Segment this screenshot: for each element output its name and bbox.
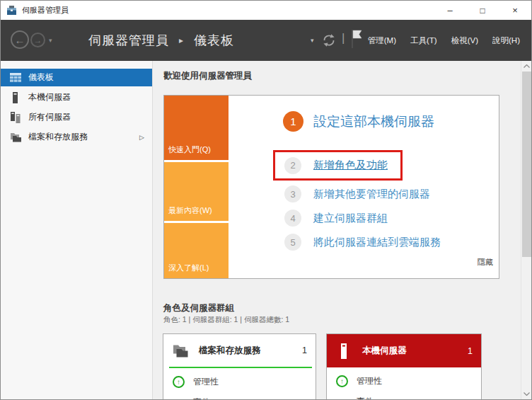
body-area: 儀表板 本機伺服器 所有伺服器	[1, 61, 531, 399]
step-add-other-servers: 3 新增其他要管理的伺服器	[284, 185, 430, 202]
red-highlight-box: 2 新增角色及功能	[273, 150, 403, 181]
file-storage-icon	[172, 344, 189, 358]
server-manager-icon	[6, 5, 17, 16]
welcome-tile: 快速入門(Q) 最新內容(W) 深入了解(L) 1 設定這部本機伺服器 2	[163, 95, 499, 279]
breadcrumb-separator-icon: ▸	[179, 35, 184, 45]
server-manager-window: 伺服器管理員 – □ × ← → ▾ 伺服器管理員 ▸ 儀表板 ▾ |	[0, 0, 532, 400]
menu-bar: 管理(M) 工具(T) 檢視(V) 說明(H)	[361, 20, 527, 61]
menu-help[interactable]: 說明(H)	[485, 30, 527, 52]
welcome-tab-column: 快速入門(Q) 最新內容(W) 深入了解(L)	[164, 96, 229, 278]
row-icon-placeholder	[173, 396, 185, 400]
dashboard-content: 歡迎使用伺服器管理員 快速入門(Q) 最新內容(W) 深入了解(L) 1 設定這…	[153, 61, 531, 399]
tile-row-events[interactable]: 事件	[163, 395, 316, 399]
hide-link[interactable]: 隱藏	[478, 257, 493, 268]
status-line-green	[169, 367, 312, 368]
tile-row-manageability[interactable]: ↑ 管理性	[327, 374, 481, 388]
tile-name: 本機伺服器	[362, 345, 407, 357]
tile-header[interactable]: 本機伺服器 1	[327, 334, 481, 367]
tab-learn-more[interactable]: 深入了解(L)	[164, 223, 229, 278]
vertical-scrollbar	[521, 61, 531, 399]
close-button[interactable]: ×	[499, 1, 531, 20]
step-number-badge: 5	[284, 234, 301, 251]
nav-divider: |	[342, 31, 345, 45]
scroll-up-icon[interactable]	[521, 61, 531, 72]
menu-manage[interactable]: 管理(M)	[361, 30, 403, 52]
step-link[interactable]: 將此伺服器連結到雲端服務	[313, 236, 441, 249]
tile-name: 檔案和存放服務	[199, 345, 261, 357]
breadcrumb: 伺服器管理員 ▸ 儀表板	[88, 32, 234, 49]
forward-icon: →	[34, 35, 42, 45]
step-number-badge: 2	[284, 157, 301, 174]
sidebar-item-label: 儀表板	[28, 72, 54, 84]
tab-label: 最新內容(W)	[168, 205, 212, 216]
refresh-icon[interactable]	[320, 32, 337, 49]
scrollbar-thumb[interactable]	[522, 72, 531, 257]
tab-whats-new[interactable]: 最新內容(W)	[164, 162, 229, 221]
sidebar-item-label: 本機伺服器	[28, 91, 71, 103]
tab-quick-start[interactable]: 快速入門(Q)	[164, 96, 229, 160]
step-configure-local-server: 1 設定這部本機伺服器	[283, 111, 434, 132]
step-connect-cloud-services: 5 將此伺服器連結到雲端服務	[284, 234, 441, 251]
minimize-button[interactable]: –	[434, 1, 466, 20]
step-number-badge: 3	[284, 185, 301, 202]
tile-row-manageability[interactable]: ↑ 管理性	[163, 375, 316, 389]
dashboard-grid-icon	[9, 73, 21, 82]
file-storage-icon	[9, 132, 21, 142]
forward-button[interactable]: →	[30, 33, 45, 47]
local-server-icon	[9, 92, 21, 103]
step-number-badge: 1	[283, 111, 303, 132]
row-icon-placeholder	[336, 396, 348, 400]
step-number-badge: 4	[284, 210, 301, 227]
step-link[interactable]: 設定這部本機伺服器	[313, 113, 434, 131]
welcome-heading: 歡迎使用伺服器管理員	[163, 70, 252, 82]
sidebar-item-all-servers[interactable]: 所有伺服器	[1, 108, 152, 126]
sidebar-item-dashboard[interactable]: 儀表板	[1, 69, 152, 86]
navigation-bar: ← → ▾ 伺服器管理員 ▸ 儀表板 ▾ | 管理(M) 工具(T) 檢視(V)…	[1, 20, 531, 61]
sidebar-item-label: 所有伺服器	[28, 111, 71, 123]
maximize-button[interactable]: □	[466, 1, 499, 20]
roles-section-summary: 角色: 1 | 伺服器群組: 1 | 伺服器總數: 1	[163, 315, 289, 325]
history-dropdown-icon[interactable]: ▾	[49, 37, 52, 44]
title-bar: 伺服器管理員 – □ ×	[1, 1, 531, 20]
tile-file-storage-services: 檔案和存放服務 1 ↑ 管理性 事件	[163, 333, 316, 399]
breadcrumb-root[interactable]: 伺服器管理員	[88, 33, 169, 47]
tile-row-label: 管理性	[193, 376, 219, 388]
back-icon: ←	[15, 34, 25, 46]
back-button[interactable]: ←	[11, 30, 29, 49]
window-controls: – □ ×	[434, 1, 531, 20]
tile-count: 1	[302, 345, 307, 355]
step-link[interactable]: 建立伺服器群組	[313, 212, 388, 225]
add-roles-features-link[interactable]: 新增角色及功能	[313, 159, 388, 172]
tile-count: 1	[468, 346, 473, 356]
manageability-up-icon: ↑	[336, 375, 348, 387]
tile-row-label: 事件	[357, 396, 374, 400]
manageability-up-icon: ↑	[173, 376, 185, 388]
sidebar: 儀表板 本機伺服器 所有伺服器	[1, 61, 153, 399]
window-title: 伺服器管理員	[22, 5, 69, 16]
menu-tools[interactable]: 工具(T)	[403, 30, 444, 52]
all-servers-icon	[9, 112, 21, 123]
refresh-dropdown-icon[interactable]: ▾	[311, 37, 314, 44]
roles-section-heading: 角色及伺服器群組	[163, 302, 234, 314]
step-create-server-group: 4 建立伺服器群組	[284, 210, 388, 227]
step-link[interactable]: 新增其他要管理的伺服器	[313, 188, 430, 201]
tile-row-label: 事件	[193, 396, 210, 400]
breadcrumb-current: 儀表板	[194, 33, 234, 47]
submenu-arrow-icon[interactable]: ▷	[139, 134, 144, 141]
tile-row-label: 管理性	[357, 375, 382, 387]
menu-view[interactable]: 檢視(V)	[444, 30, 485, 52]
step-add-roles-features: 2 新增角色及功能	[284, 157, 388, 174]
tile-local-server: 本機伺服器 1 ↑ 管理性 事件	[326, 333, 482, 399]
sidebar-item-local-server[interactable]: 本機伺服器	[1, 88, 152, 106]
sidebar-item-file-storage-services[interactable]: 檔案和存放服務 ▷	[1, 128, 152, 146]
tab-label: 深入了解(L)	[168, 263, 209, 273]
sidebar-item-label: 檔案和存放服務	[28, 131, 88, 143]
tab-label: 快速入門(Q)	[168, 144, 211, 155]
tile-row-events[interactable]: 事件	[327, 394, 481, 399]
tile-header[interactable]: 檔案和存放服務 1	[163, 334, 316, 367]
scroll-down-icon[interactable]	[521, 389, 531, 399]
local-server-white-icon	[335, 343, 352, 359]
